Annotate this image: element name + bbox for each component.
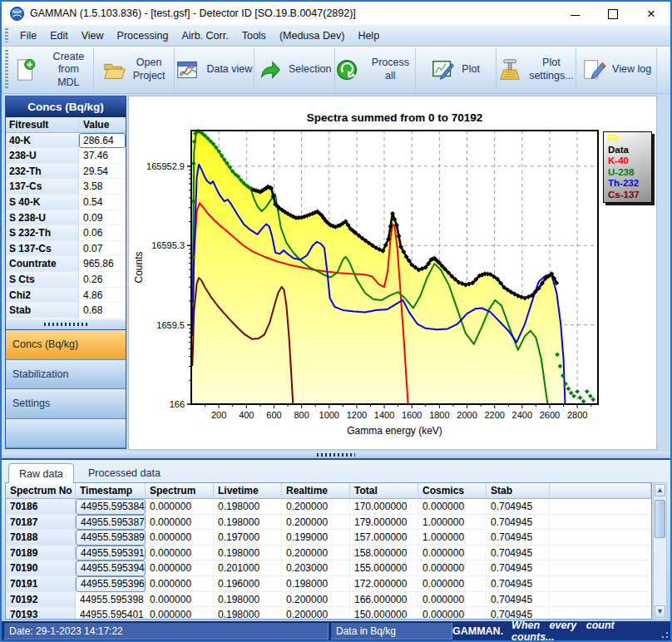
col-header-livetime[interactable]: Livetime (214, 483, 282, 499)
fitresult-row: S 137-Cs0.07 (6, 241, 126, 257)
toolbar-button-create-from-mdl[interactable]: Create from MDL (13, 48, 94, 91)
table-row[interactable]: 7019144955.5953960.0000000.1960000.19800… (6, 576, 651, 592)
fitresult-value[interactable]: 37.46 (79, 148, 126, 164)
series-marker (590, 398, 595, 402)
col-header-timestamp[interactable]: Timestamp (76, 483, 146, 499)
fitresult-name: S 137-Cs (6, 241, 79, 257)
data-cell-filler (550, 607, 651, 620)
col-header-realtime[interactable]: Realtime (282, 483, 350, 499)
data-cell: 0.199000 (282, 530, 350, 546)
toolbar-button-process-all[interactable]: Process all (335, 48, 416, 91)
panel-nav: Concs (Bq/kg)StabilizationSettings (6, 329, 126, 448)
fitresult-value[interactable]: 29.54 (79, 164, 126, 180)
fitresult-value[interactable]: 0.54 (79, 195, 126, 210)
spectrum-no-cell: 70190 (6, 561, 76, 576)
fitresult-row: S 40-K0.54 (6, 195, 126, 210)
minimize-button[interactable] (556, 2, 594, 26)
toolbar-button-open-project[interactable]: Open Project (94, 48, 175, 91)
scroll-up-icon[interactable]: ▲ (655, 484, 665, 496)
toolbar-button-selection[interactable]: Selection (254, 48, 335, 91)
fitresult-row: 40-K286.64 (6, 133, 126, 149)
data-cell: 44955.595394 (76, 561, 146, 576)
data-cell: 44955.595396 (76, 576, 146, 592)
tab-processed-data[interactable]: Processed data (78, 463, 170, 482)
menu-item-help[interactable]: Help (351, 27, 386, 44)
menu-item-processing[interactable]: Processing (111, 27, 175, 44)
table-row[interactable]: 7018744955.5953870.0000000.1980000.20000… (6, 515, 651, 531)
table-row[interactable]: 7019344955.5954010.0000000.1980000.20000… (6, 607, 651, 620)
col-header-stab[interactable]: Stab (487, 483, 550, 499)
col-header-spectrum-no[interactable]: Spectrum No (6, 483, 76, 499)
col-header-cosmics[interactable]: Cosmics (418, 483, 487, 499)
fitresult-value[interactable]: 3.58 (79, 179, 126, 195)
spectrum-chart[interactable]: 2004006008001000120014001600180020002200… (129, 96, 658, 451)
fitresult-value[interactable]: 0.68 (79, 303, 126, 319)
fitresult-name: Chi2 (6, 288, 79, 304)
toolbar-button-view-log[interactable]: View log (576, 48, 657, 91)
close-button[interactable]: × (632, 2, 670, 26)
table-row[interactable]: 7019044955.5953940.0000000.2010000.20300… (6, 561, 651, 576)
x-axis-label: Gamma energy (keV) (347, 425, 442, 437)
menu-item-airb-corr-[interactable]: Airb. Corr. (175, 27, 235, 44)
data-cell: 0.000000 (418, 607, 487, 620)
data-panel: Raw dataProcessed data Spectrum NoTimest… (2, 458, 670, 621)
horizontal-splitter[interactable] (2, 452, 670, 458)
fitresult-value[interactable]: 965.86 (79, 256, 126, 272)
fitresult-name: S 40-K (6, 195, 79, 210)
fitresult-value[interactable]: 0.07 (79, 241, 126, 257)
fitresult-value[interactable]: 0.09 (79, 210, 126, 226)
scrollbar-thumb[interactable] (655, 500, 665, 538)
fitresult-value[interactable]: 4.86 (79, 288, 126, 304)
menu-item-view[interactable]: View (75, 27, 111, 44)
fitresult-name: 232-Th (6, 164, 79, 180)
tab-strip: Raw dataProcessed data (2, 460, 670, 482)
panel-splitter[interactable] (6, 319, 126, 329)
menu-item-file[interactable]: File (13, 27, 43, 44)
data-header-row: Spectrum NoTimestampSpectrumLivetimeReal… (6, 483, 651, 499)
data-cell: 0.200000 (282, 515, 350, 531)
data-cell: 0.201000 (214, 561, 282, 576)
menu-item-tools[interactable]: Tools (235, 27, 273, 44)
nav-button-stabilization[interactable]: Stabilization (6, 360, 126, 390)
toolbar-button-plot[interactable]: Plot (416, 48, 497, 91)
fitresult-name: S 232-Th (6, 225, 79, 241)
toolbar-button-data-view[interactable]: Data view (175, 48, 255, 91)
fitresult-value[interactable]: 286.64 (79, 133, 126, 149)
toolbar: Create from MDLOpen ProjectData viewSele… (2, 47, 670, 94)
data-cell: 0.198000 (214, 607, 282, 620)
fitresult-value[interactable]: 0.06 (79, 225, 126, 241)
resize-grip-icon[interactable] (660, 630, 670, 640)
col-header-total[interactable]: Total (350, 483, 418, 499)
table-row[interactable]: 7018844955.5953890.0000000.1970000.19900… (6, 530, 651, 546)
status-date: Date: 29-1-2023 14:17:22 (3, 622, 329, 640)
tab-raw-data[interactable]: Raw data (8, 463, 74, 483)
nav-button-concs-bq-kg-[interactable]: Concs (Bq/kg) (6, 330, 126, 360)
scroll-down-icon[interactable]: ▼ (655, 605, 665, 618)
legend-item-u-238: U-238 (608, 167, 651, 179)
data-cell: 44955.595401 (76, 607, 146, 620)
table-row[interactable]: 7018644955.5953840.0000000.1980000.20000… (6, 499, 651, 515)
data-cell: 44955.595398 (76, 592, 146, 608)
table-scrollbar[interactable]: ▲ ▼ (653, 482, 667, 620)
data-cell: 170.000000 (350, 499, 418, 515)
status-brand: GAMMAN. When every count counts... (452, 621, 670, 640)
fitresult-table: FitresultValue40-K286.64238-U37.46232-Th… (6, 117, 126, 319)
nav-button-empty[interactable] (6, 419, 126, 449)
data-cell: 44955.595389 (76, 530, 146, 546)
menu-item-edit[interactable]: Edit (43, 27, 75, 44)
x-tick-label: 1200 (347, 410, 367, 420)
col-header-spectrum[interactable]: Spectrum (146, 483, 214, 499)
table-row[interactable]: 7018944955.5953910.0000000.1980000.20000… (6, 546, 651, 561)
menu-item--medusa-dev-[interactable]: (Medusa Dev) (273, 27, 352, 44)
maximize-button[interactable] (594, 2, 632, 26)
table-row[interactable]: 7019244955.5953980.0000000.1980000.20000… (6, 592, 651, 608)
data-cell: 179.000000 (350, 515, 418, 531)
fitresult-name: S Cts (6, 272, 79, 288)
raw-data-table: Spectrum NoTimestampSpectrumLivetimeReal… (5, 482, 652, 620)
fitresult-name: 238-U (6, 148, 79, 164)
data-cell: 0.704945 (487, 499, 550, 515)
fitresult-value[interactable]: 0.26 (79, 272, 126, 288)
new-document-plus-icon (13, 57, 38, 82)
nav-button-settings[interactable]: Settings (6, 389, 126, 419)
toolbar-button-plot-settings-[interactable]: Plot settings... (497, 48, 577, 91)
